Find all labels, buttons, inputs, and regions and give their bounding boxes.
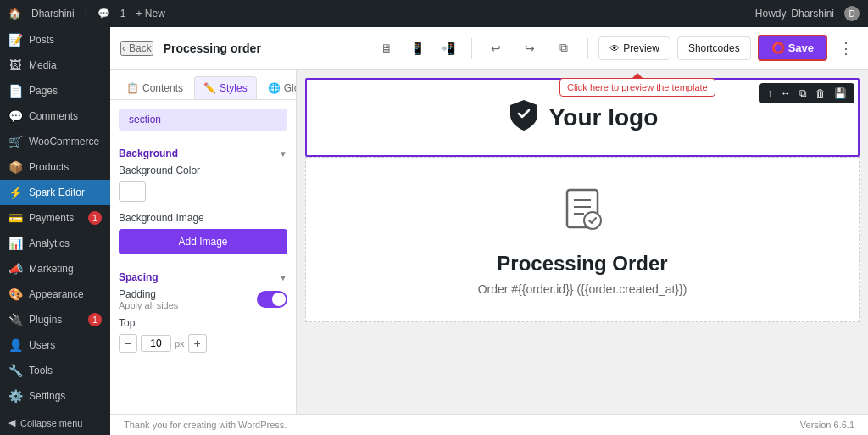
panel-tabs: 📋 Contents ✏️ Styles 🌐 Global xyxy=(110,70,296,100)
collapse-label: Collapse menu xyxy=(20,418,82,428)
sidebar-item-appearance[interactable]: 🎨 Appearance xyxy=(0,282,110,307)
media-icon: 🖼 xyxy=(8,59,22,72)
sidebar-item-spark-editor[interactable]: ⚡ Spark Editor xyxy=(0,180,110,205)
styles-icon: ✏️ xyxy=(203,82,216,94)
sidebar-item-comments[interactable]: 💬 Comments xyxy=(0,103,110,129)
bg-image-label: Background Image xyxy=(119,212,287,224)
shortcodes-label: Shortcodes xyxy=(688,42,740,54)
shortcodes-button[interactable]: Shortcodes xyxy=(677,36,751,60)
tab-styles-label: Styles xyxy=(220,82,248,94)
tab-styles[interactable]: ✏️ Styles xyxy=(194,76,257,99)
sidebar-item-label: Users xyxy=(29,339,55,351)
canvas-content: Your logo ↑ ↔ ⧉ 🗑 💾 xyxy=(305,78,860,405)
sidebar-item-users[interactable]: 👤 Users xyxy=(0,332,110,358)
sidebar-item-pages[interactable]: 📄 Pages xyxy=(0,78,110,103)
decrement-button[interactable]: − xyxy=(119,334,137,353)
order-icon xyxy=(557,183,608,243)
save-block-button[interactable]: 💾 xyxy=(831,86,850,101)
site-name[interactable]: Dharshini xyxy=(31,8,75,20)
marketing-icon: 📣 xyxy=(8,262,22,276)
sidebar-item-label: Tools xyxy=(29,365,53,376)
background-color-swatch[interactable] xyxy=(119,181,146,202)
tablet-view-button[interactable]: 📱 xyxy=(403,35,431,62)
top-number-input[interactable] xyxy=(141,335,171,352)
comments-icon: 💬 xyxy=(8,109,22,123)
collapse-menu[interactable]: ◀ Collapse menu xyxy=(0,410,110,435)
page-title: Processing order xyxy=(164,42,261,55)
duplicate-block-button[interactable]: ⧉ xyxy=(796,86,810,101)
sidebar-item-plugins[interactable]: 🔌 Plugins 1 xyxy=(0,307,110,332)
increment-button[interactable]: + xyxy=(188,334,207,353)
move-icon[interactable]: ↔ xyxy=(777,86,794,101)
sidebar-item-payments[interactable]: 💳 Payments 1 xyxy=(0,205,110,231)
sidebar-item-label: Marketing xyxy=(29,263,74,275)
new-button[interactable]: + New xyxy=(136,8,165,20)
sidebar-item-marketing[interactable]: 📣 Marketing xyxy=(0,256,110,282)
admin-bar: 🏠 Dharshini | 💬 1 + New Howdy, Dharshini… xyxy=(0,0,868,27)
global-icon: 🌐 xyxy=(268,82,281,94)
canvas-area[interactable]: Your logo ↑ ↔ ⧉ 🗑 💾 xyxy=(297,70,868,414)
save-button[interactable]: ⭕ Save xyxy=(758,35,827,61)
separator: | xyxy=(85,8,87,20)
undo-button[interactable]: ↩ xyxy=(482,35,509,62)
sidebar-item-analytics[interactable]: 📊 Analytics xyxy=(0,231,110,256)
sidebar-item-label: Pages xyxy=(29,85,58,97)
spark-editor-icon: ⚡ xyxy=(8,186,22,199)
woocommerce-icon: 🛒 xyxy=(8,135,22,148)
padding-row: Padding Apply all sides xyxy=(119,288,287,310)
sidebar-item-label: Settings xyxy=(29,390,65,402)
back-chevron-icon: ‹ xyxy=(122,42,125,54)
chevron-down-icon-2: ▼ xyxy=(279,273,287,282)
comment-icon: 💬 xyxy=(97,8,110,20)
sidebar-item-products[interactable]: 📦 Products xyxy=(0,154,110,180)
preview-button[interactable]: 👁 Preview xyxy=(598,36,670,60)
howdy-text: Howdy, Dharshini xyxy=(755,8,834,20)
footer-version: Version 6.6.1 xyxy=(800,420,854,430)
spacing-header[interactable]: Spacing ▼ xyxy=(119,263,287,288)
sidebar-item-label: Analytics xyxy=(29,237,70,249)
wp-logo-icon: 🏠 xyxy=(8,8,21,20)
tab-global[interactable]: 🌐 Global xyxy=(259,76,297,99)
left-panel: 📋 Contents ✏️ Styles 🌐 Global section xyxy=(110,70,297,414)
spacing-title: Spacing xyxy=(119,271,159,283)
mobile-view-button[interactable]: 📲 xyxy=(434,35,461,62)
background-section: Background ▼ Background Color Background… xyxy=(110,139,296,263)
plugins-icon: 🔌 xyxy=(8,313,22,326)
divider2 xyxy=(587,38,588,59)
preview-tooltip: Click here to preview the template xyxy=(559,78,715,97)
sidebar-item-label: Spark Editor xyxy=(29,187,85,198)
settings-icon: ⚙️ xyxy=(8,389,22,403)
sidebar-item-media[interactable]: 🖼 Media xyxy=(0,53,110,78)
desktop-view-button[interactable]: 🖥 xyxy=(373,35,400,62)
apply-all-sides-toggle[interactable] xyxy=(257,291,287,308)
device-switcher: 🖥 📱 📲 xyxy=(373,35,461,62)
delete-block-button[interactable]: 🗑 xyxy=(812,86,829,101)
order-block[interactable]: Processing Order Order #{{order.id}} ({{… xyxy=(305,157,860,322)
editor-footer: Thank you for creating with WordPress. V… xyxy=(110,414,868,435)
sidebar-item-posts[interactable]: 📝 Posts xyxy=(0,27,110,53)
duplicate-button[interactable]: ⧉ xyxy=(550,35,577,62)
sidebar-item-tools[interactable]: 🔧 Tools xyxy=(0,358,110,383)
order-title: Processing Order xyxy=(497,252,667,276)
sidebar-item-woocommerce[interactable]: 🛒 WooCommerce xyxy=(0,129,110,154)
more-options-button[interactable]: ⋮ xyxy=(834,36,858,60)
comment-count: 1 xyxy=(120,8,126,20)
sidebar-item-label: Posts xyxy=(29,34,54,46)
sidebar: 📝 Posts 🖼 Media 📄 Pages 💬 Comments 🛒 Woo… xyxy=(0,27,110,435)
sidebar-item-settings[interactable]: ⚙️ Settings xyxy=(0,383,110,409)
tab-contents[interactable]: 📋 Contents xyxy=(117,76,192,99)
redo-button[interactable]: ↪ xyxy=(516,35,543,62)
top-label: Top xyxy=(119,317,287,329)
section-label: section xyxy=(119,109,287,131)
posts-icon: 📝 xyxy=(8,33,22,47)
sidebar-item-label: WooCommerce xyxy=(29,136,99,148)
bg-color-label: Background Color xyxy=(119,165,287,176)
move-up-button[interactable]: ↑ xyxy=(764,86,776,101)
add-image-button[interactable]: Add Image xyxy=(119,229,287,254)
tools-icon: 🔧 xyxy=(8,364,22,377)
background-header[interactable]: Background ▼ xyxy=(119,139,287,165)
tab-global-label: Global xyxy=(284,82,297,94)
analytics-icon: 📊 xyxy=(8,237,22,250)
back-button[interactable]: ‹ Back xyxy=(120,41,153,56)
products-icon: 📦 xyxy=(8,160,22,174)
